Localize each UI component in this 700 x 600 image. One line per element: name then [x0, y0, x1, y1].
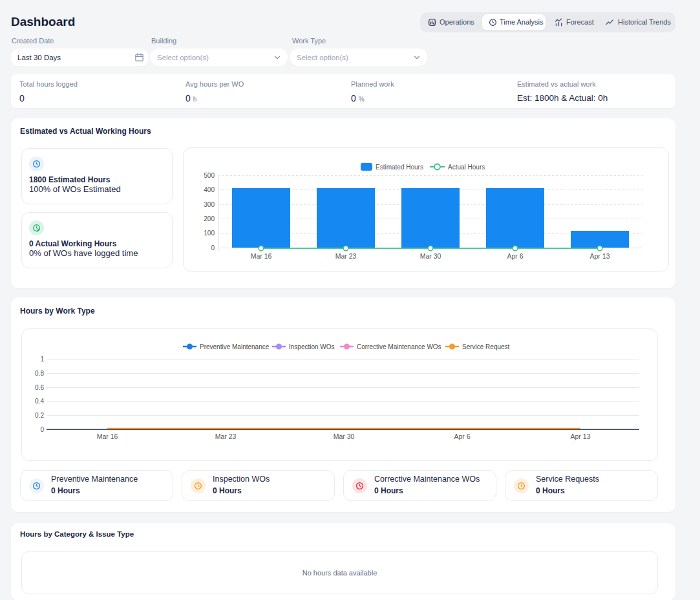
svg-text:500: 500 — [204, 172, 215, 179]
svg-text:Corrective Maintenance WOs: Corrective Maintenance WOs — [357, 343, 441, 350]
svg-text:0.6: 0.6 — [35, 384, 44, 391]
svg-text:Service Request: Service Request — [462, 343, 510, 350]
svg-text:Mar 16: Mar 16 — [251, 252, 272, 260]
svg-text:Preventive Maintenance: Preventive Maintenance — [200, 343, 270, 350]
svg-text:200: 200 — [204, 215, 215, 222]
svg-text:Apr 6: Apr 6 — [507, 252, 523, 260]
svg-text:400: 400 — [204, 186, 215, 193]
svg-text:Mar 30: Mar 30 — [334, 433, 355, 440]
svg-text:0.2: 0.2 — [35, 412, 44, 419]
svg-text:Estimated Hours: Estimated Hours — [376, 164, 423, 171]
svg-text:Mar 30: Mar 30 — [420, 252, 441, 260]
svg-text:Mar 23: Mar 23 — [215, 433, 237, 440]
svg-text:Apr 6: Apr 6 — [454, 433, 470, 440]
svg-text:Mar 23: Mar 23 — [335, 252, 357, 260]
svg-text:Mar 16: Mar 16 — [97, 433, 118, 440]
svg-text:0: 0 — [40, 426, 44, 433]
svg-text:Apr 13: Apr 13 — [571, 433, 591, 440]
svg-text:100: 100 — [204, 230, 215, 237]
svg-text:1: 1 — [40, 356, 44, 363]
svg-text:0.4: 0.4 — [35, 398, 44, 405]
svg-text:Apr 13: Apr 13 — [590, 252, 610, 260]
svg-text:Actual Hours: Actual Hours — [448, 164, 485, 171]
svg-text:0: 0 — [211, 244, 215, 252]
svg-text:300: 300 — [204, 201, 215, 208]
svg-text:Inspection WOs: Inspection WOs — [289, 343, 335, 350]
svg-text:0.8: 0.8 — [35, 370, 44, 377]
